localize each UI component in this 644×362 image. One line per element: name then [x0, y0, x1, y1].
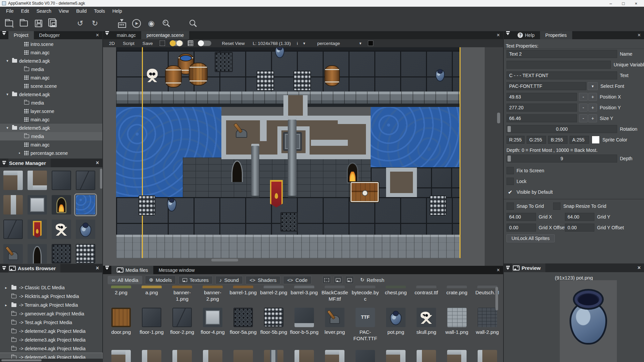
- color-r-field[interactable]: R:255: [506, 136, 525, 144]
- close-icon[interactable]: ×: [93, 160, 102, 166]
- color-b-field[interactable]: B:255: [548, 136, 568, 144]
- media-file[interactable]: floor-5a.png: [228, 308, 258, 336]
- media-file[interactable]: lever.png: [320, 308, 350, 336]
- tree-item[interactable]: media: [0, 99, 102, 107]
- menu-view[interactable]: View: [55, 7, 72, 15]
- pot-sprite[interactable]: [167, 198, 176, 212]
- info-dropdown-icon[interactable]: ▼: [301, 42, 308, 45]
- media-scrollbar[interactable]: [495, 287, 498, 310]
- asset-folder-item[interactable]: -> deleteme2.agk Project Media: [0, 327, 102, 336]
- grid-toggle[interactable]: [170, 41, 183, 46]
- menu-file[interactable]: File: [3, 7, 17, 15]
- tile-wall-piece[interactable]: [3, 195, 23, 215]
- size-y-minus[interactable]: -: [579, 114, 588, 122]
- position-y-field[interactable]: 277.20: [506, 104, 577, 112]
- save-button[interactable]: [33, 18, 44, 29]
- media-file[interactable]: [442, 350, 472, 362]
- spikes-sprite[interactable]: [430, 195, 446, 216]
- collapse-icon[interactable]: [105, 266, 109, 270]
- media-file[interactable]: door.png: [106, 308, 136, 336]
- asset-folder-item[interactable]: -> gameover.agk Project Media: [0, 309, 102, 318]
- color-g-field[interactable]: G:255: [527, 136, 546, 144]
- spikes-sprite[interactable]: [139, 195, 155, 216]
- snap-toggle[interactable]: [198, 41, 211, 46]
- grid-icon[interactable]: [188, 41, 193, 46]
- media-file[interactable]: [320, 350, 350, 362]
- scene-canvas[interactable]: [103, 47, 503, 266]
- thumb-large-button[interactable]: [345, 276, 354, 284]
- media-file[interactable]: wall-1.png: [442, 308, 472, 336]
- color-swatch[interactable]: [368, 41, 373, 46]
- pillar-sprite[interactable]: [288, 118, 297, 197]
- tile-skull[interactable]: [52, 220, 71, 239]
- font-field[interactable]: PAC-FONT.TTF: [506, 82, 586, 90]
- pillar-sprite[interactable]: [251, 144, 259, 197]
- tree-item[interactable]: main.agc: [0, 115, 102, 124]
- media-file[interactable]: a.png: [137, 286, 166, 296]
- media-file[interactable]: floor-5b.png: [259, 308, 288, 336]
- scene-select-value[interactable]: percentage: [314, 40, 343, 47]
- save-all-button[interactable]: [48, 18, 59, 29]
- position-y-minus[interactable]: -: [579, 104, 588, 112]
- close-icon[interactable]: ×: [634, 265, 644, 271]
- tree-item[interactable]: media: [0, 65, 102, 73]
- grid-dashed-icon[interactable]: [160, 41, 165, 46]
- tree-item[interactable]: media: [0, 132, 102, 140]
- broadcast-button[interactable]: ◉: [146, 18, 157, 29]
- tile-floor-cracked[interactable]: [76, 171, 95, 190]
- asset-folder-item[interactable]: -> Ricktris.agk Project Media: [0, 292, 102, 301]
- tree-item[interactable]: intro.scene: [0, 40, 102, 48]
- close-icon[interactable]: ×: [493, 31, 503, 39]
- media-file[interactable]: [228, 350, 258, 362]
- export-button[interactable]: [116, 18, 127, 29]
- assets-scrollbar[interactable]: [1, 359, 42, 361]
- tile-lever[interactable]: [3, 244, 23, 263]
- collapse-icon[interactable]: [2, 266, 6, 270]
- undo-button[interactable]: ↺: [74, 18, 86, 29]
- media-file[interactable]: TTF PAC-FONT.TTF: [351, 308, 380, 342]
- media-file[interactable]: [289, 350, 319, 362]
- unlock-all-sprites-button[interactable]: UnLock All Sprites: [506, 234, 555, 242]
- media-file[interactable]: banner-2.png: [198, 286, 227, 302]
- position-y-plus[interactable]: +: [588, 104, 597, 112]
- close-button[interactable]: ×: [635, 1, 637, 6]
- sprite-color-swatch[interactable]: [592, 136, 600, 144]
- collapse-icon[interactable]: [2, 161, 6, 165]
- media-file[interactable]: skull.png: [412, 308, 441, 336]
- tree-item[interactable]: main.agc: [0, 48, 102, 57]
- name-field[interactable]: Text 2: [506, 50, 617, 58]
- tile-pot[interactable]: [76, 220, 95, 239]
- open-project-button[interactable]: [18, 18, 30, 29]
- media-file[interactable]: Deutsch.ttf: [473, 286, 499, 296]
- media-file[interactable]: [259, 350, 288, 362]
- new-project-button[interactable]: +: [3, 18, 15, 29]
- tile-wall-corner[interactable]: [3, 171, 23, 190]
- media-file[interactable]: 2.png: [106, 286, 136, 296]
- tab-main-agc[interactable]: main.agc: [111, 31, 141, 39]
- tree-item[interactable]: main.agc: [0, 140, 102, 149]
- chest-sprite[interactable]: [351, 182, 379, 202]
- close-icon[interactable]: ×: [634, 31, 644, 39]
- maximize-button[interactable]: □: [622, 1, 625, 6]
- filter-code[interactable]: <>Code: [283, 276, 311, 284]
- tab-properties[interactable]: Properties: [540, 31, 572, 39]
- media-file[interactable]: barrel-3.png: [289, 286, 319, 296]
- rotation-slider[interactable]: 0.000: [506, 125, 617, 133]
- size-y-field[interactable]: 66.46: [506, 114, 577, 122]
- media-file[interactable]: bytecode.byc: [351, 286, 380, 302]
- close-icon[interactable]: ×: [93, 31, 102, 39]
- scene-manager-scrollbar[interactable]: [100, 169, 102, 189]
- unique-variable-field[interactable]: [506, 61, 611, 69]
- asset-folder-item[interactable]: -> Test.agk Project Media: [0, 318, 102, 327]
- asset-folder-item[interactable]: -> deleteme3.agk Project Media: [0, 336, 102, 344]
- media-file[interactable]: [351, 350, 380, 362]
- grid-x-field[interactable]: 64.00: [506, 213, 536, 221]
- tree-item[interactable]: layer.scene: [0, 107, 102, 115]
- pot-sprite[interactable]: [435, 69, 445, 81]
- media-file[interactable]: BlackCastleMF.ttf: [320, 286, 350, 302]
- tab-debugger[interactable]: Debugger: [34, 31, 65, 39]
- media-file[interactable]: floor-1.png: [137, 308, 166, 336]
- tab-media-files[interactable]: Media files: [111, 266, 153, 274]
- dots-floor-sprite[interactable]: [215, 52, 233, 72]
- media-file[interactable]: pot.png: [381, 308, 411, 336]
